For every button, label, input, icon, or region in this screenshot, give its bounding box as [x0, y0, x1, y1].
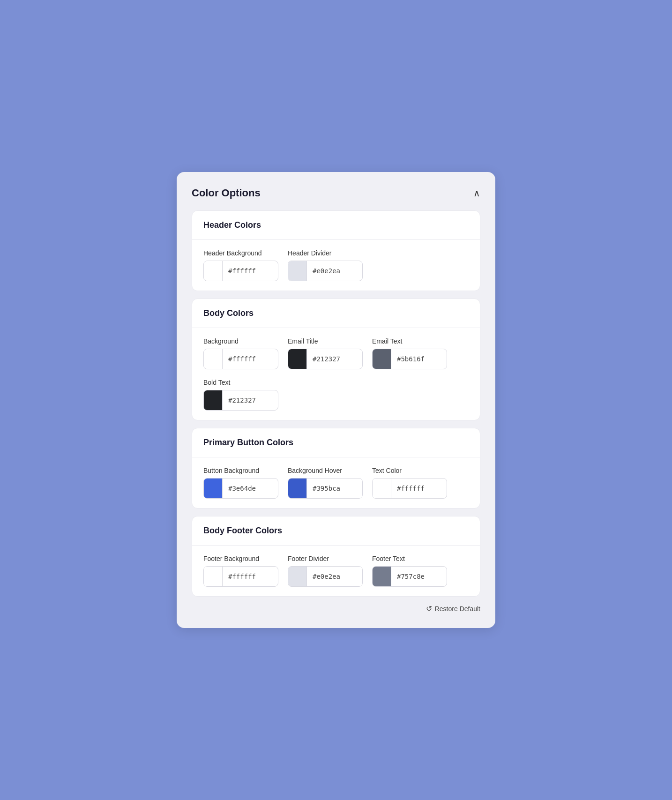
color-fields-body-footer-colors: Footer Background#ffffffFooter Divider#e… [203, 555, 469, 587]
swatch-footer-background[interactable] [204, 566, 223, 587]
color-field-email-title: Email Title#212327 [288, 337, 363, 369]
input-group-header-background[interactable]: #ffffff [203, 261, 278, 281]
restore-icon: ↺ [426, 604, 432, 613]
hex-background-hover: #395bca [307, 485, 346, 492]
swatch-email-text[interactable] [373, 349, 391, 369]
hex-footer-background: #ffffff [223, 573, 261, 580]
color-field-bold-text: Bold Text#212327 [203, 379, 278, 411]
swatch-header-divider[interactable] [288, 261, 307, 281]
color-options-card: Color Options ∧ Header ColorsHeader Back… [177, 172, 495, 628]
color-field-footer-text: Footer Text#757c8e [372, 555, 447, 587]
swatch-email-title[interactable] [288, 349, 307, 369]
color-field-body-background: Background#ffffff [203, 337, 278, 369]
section-body-body-footer-colors: Footer Background#ffffffFooter Divider#e… [192, 546, 480, 596]
hex-email-text: #5b616f [391, 355, 430, 363]
label-header-divider: Header Divider [288, 249, 363, 257]
input-group-button-background[interactable]: #3e64de [203, 478, 278, 499]
input-group-header-divider[interactable]: #e0e2ea [288, 261, 363, 281]
input-group-body-background[interactable]: #ffffff [203, 349, 278, 369]
section-header-body-colors: Body Colors [192, 299, 480, 328]
label-background-hover: Background Hover [288, 467, 363, 474]
restore-default-button[interactable]: ↺ Restore Default [426, 604, 480, 613]
color-field-footer-divider: Footer Divider#e0e2ea [288, 555, 363, 587]
color-field-email-text: Email Text#5b616f [372, 337, 447, 369]
section-body-header-colors: Header Background#ffffffHeader Divider#e… [192, 240, 480, 291]
input-group-email-text[interactable]: #5b616f [372, 349, 447, 369]
section-body-primary-button-colors: Button Background#3e64deBackground Hover… [192, 457, 480, 508]
hex-footer-divider: #e0e2ea [307, 573, 346, 580]
color-field-footer-background: Footer Background#ffffff [203, 555, 278, 587]
swatch-text-color[interactable] [373, 478, 391, 499]
section-primary-button-colors: Primary Button ColorsButton Background#3… [192, 428, 480, 508]
swatch-button-background[interactable] [204, 478, 223, 499]
card-title: Color Options [192, 187, 261, 199]
section-body-colors: Body ColorsBackground#ffffffEmail Title#… [192, 299, 480, 420]
input-group-footer-background[interactable]: #ffffff [203, 566, 278, 587]
swatch-header-background[interactable] [204, 261, 223, 281]
color-fields-primary-button-colors: Button Background#3e64deBackground Hover… [203, 467, 469, 499]
color-field-header-background: Header Background#ffffff [203, 249, 278, 281]
label-bold-text: Bold Text [203, 379, 278, 386]
swatch-footer-text[interactable] [373, 566, 391, 587]
color-field-background-hover: Background Hover#395bca [288, 467, 363, 499]
restore-label: Restore Default [435, 605, 480, 613]
label-email-text: Email Text [372, 337, 447, 345]
input-group-bold-text[interactable]: #212327 [203, 390, 278, 411]
color-field-text-color: Text Color#ffffff [372, 467, 447, 499]
hex-email-title: #212327 [307, 355, 346, 363]
label-footer-text: Footer Text [372, 555, 447, 562]
hex-header-background: #ffffff [223, 267, 261, 275]
swatch-bold-text[interactable] [204, 390, 223, 411]
color-fields-body-colors: Background#ffffffEmail Title#212327Email… [203, 337, 469, 411]
hex-button-background: #3e64de [223, 485, 261, 492]
label-footer-background: Footer Background [203, 555, 278, 562]
swatch-background-hover[interactable] [288, 478, 307, 499]
input-group-text-color[interactable]: #ffffff [372, 478, 447, 499]
card-header: Color Options ∧ [192, 187, 480, 199]
label-email-title: Email Title [288, 337, 363, 345]
section-header-header-colors: Header Colors [192, 211, 480, 240]
input-group-background-hover[interactable]: #395bca [288, 478, 363, 499]
swatch-footer-divider[interactable] [288, 566, 307, 587]
section-header-colors: Header ColorsHeader Background#ffffffHea… [192, 210, 480, 291]
input-group-footer-text[interactable]: #757c8e [372, 566, 447, 587]
section-header-primary-button-colors: Primary Button Colors [192, 428, 480, 457]
color-fields-header-colors: Header Background#ffffffHeader Divider#e… [203, 249, 469, 281]
hex-footer-text: #757c8e [391, 573, 430, 580]
label-text-color: Text Color [372, 467, 447, 474]
section-body-body-colors: Background#ffffffEmail Title#212327Email… [192, 328, 480, 420]
input-group-email-title[interactable]: #212327 [288, 349, 363, 369]
color-field-header-divider: Header Divider#e0e2ea [288, 249, 363, 281]
color-field-button-background: Button Background#3e64de [203, 467, 278, 499]
hex-bold-text: #212327 [223, 396, 261, 404]
collapse-icon[interactable]: ∧ [473, 187, 480, 199]
swatch-body-background[interactable] [204, 349, 223, 369]
section-body-footer-colors: Body Footer ColorsFooter Background#ffff… [192, 516, 480, 597]
sections-container: Header ColorsHeader Background#ffffffHea… [192, 210, 480, 597]
label-footer-divider: Footer Divider [288, 555, 363, 562]
footer-row: ↺ Restore Default [192, 604, 480, 613]
label-body-background: Background [203, 337, 278, 345]
label-header-background: Header Background [203, 249, 278, 257]
hex-body-background: #ffffff [223, 355, 261, 363]
hex-text-color: #ffffff [391, 485, 430, 492]
label-button-background: Button Background [203, 467, 278, 474]
section-header-body-footer-colors: Body Footer Colors [192, 516, 480, 546]
hex-header-divider: #e0e2ea [307, 267, 346, 275]
input-group-footer-divider[interactable]: #e0e2ea [288, 566, 363, 587]
